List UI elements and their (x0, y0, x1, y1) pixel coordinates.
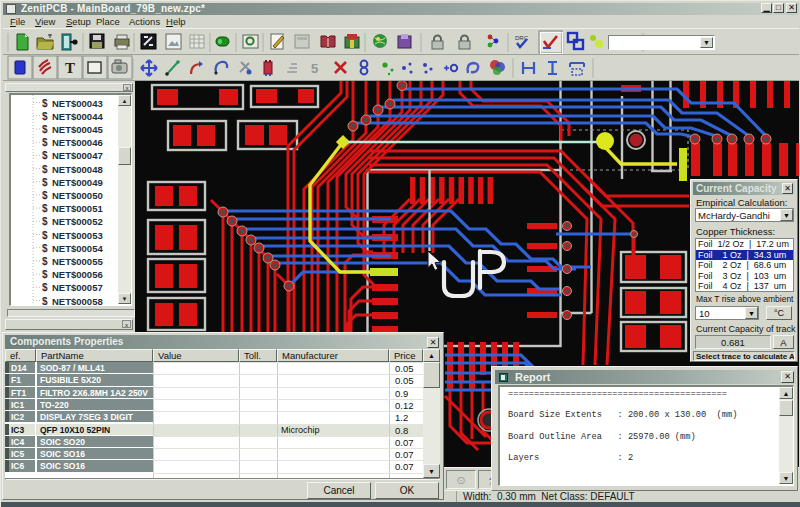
svg-text:NET$00044: NET$00044 (52, 111, 103, 122)
svg-text:NET$00057: NET$00057 (52, 282, 103, 293)
svg-text:$: $ (42, 111, 48, 122)
svg-text:$: $ (42, 203, 48, 214)
svg-text:NET$00049: NET$00049 (52, 177, 103, 188)
svg-text:$: $ (42, 216, 48, 227)
svg-text:NET$00055: NET$00055 (52, 256, 103, 267)
svg-text:$: $ (42, 150, 48, 161)
svg-text:NET$00054: NET$00054 (52, 243, 103, 254)
svg-text:5: 5 (311, 61, 318, 76)
svg-text:$: $ (42, 256, 48, 267)
svg-text:$: $ (42, 230, 48, 241)
svg-text:NET$00056: NET$00056 (52, 269, 103, 280)
svg-text:$: $ (42, 243, 48, 254)
svg-text:$: $ (42, 164, 48, 175)
svg-text:$: $ (42, 190, 48, 201)
svg-text:NET$00052: NET$00052 (52, 216, 103, 227)
svg-text:$: $ (42, 98, 48, 109)
svg-text:$: $ (42, 177, 48, 188)
svg-text:NET$00053: NET$00053 (52, 230, 103, 241)
svg-text:$: $ (42, 137, 48, 148)
svg-text:NET$00045: NET$00045 (52, 124, 103, 135)
svg-text:NET$00043: NET$00043 (52, 98, 103, 109)
svg-text:NET$00048: NET$00048 (52, 164, 103, 175)
svg-text:$: $ (42, 296, 48, 306)
svg-text:$: $ (42, 282, 48, 293)
svg-text:NET$00051: NET$00051 (52, 203, 103, 214)
svg-text:NET$00050: NET$00050 (52, 190, 103, 201)
svg-text:$: $ (42, 269, 48, 280)
svg-text:NET$00058: NET$00058 (52, 296, 103, 306)
svg-text:NET$00047: NET$00047 (52, 150, 103, 161)
svg-text:$: $ (42, 124, 48, 135)
svg-text:NET$00046: NET$00046 (52, 137, 103, 148)
svg-text:T: T (65, 60, 75, 76)
